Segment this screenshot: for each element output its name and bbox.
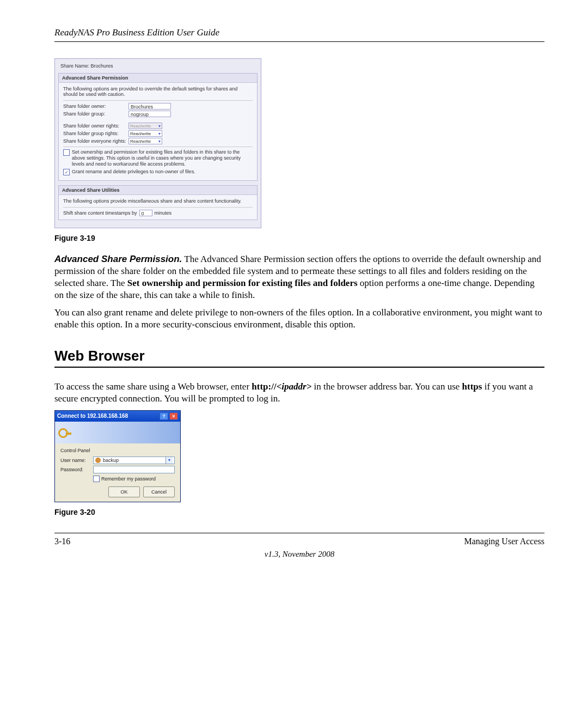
grant-rename-text: Grant rename and delete privileges to no…: [72, 169, 253, 175]
group-rights-label: Share folder group rights:: [63, 131, 128, 136]
page-header: ReadyNAS Pro Business Edition User Guide: [54, 27, 544, 42]
remember-password-checkbox[interactable]: [93, 476, 100, 482]
footer-section-title: Managing User Access: [464, 537, 544, 546]
login-section-label: Control Panel: [60, 448, 175, 453]
chevron-down-icon: ▾: [158, 139, 161, 144]
figure-caption: Figure 3-19: [54, 234, 544, 242]
grant-rename-checkbox[interactable]: ✓: [63, 169, 70, 175]
shift-minutes-input[interactable]: 0: [139, 210, 152, 216]
set-ownership-text: Set ownership and permission for existin…: [72, 149, 253, 167]
remember-password-label: Remember my password: [101, 476, 156, 482]
group-label: Share folder group:: [63, 111, 128, 117]
chevron-down-icon: ▾: [166, 457, 173, 464]
page-footer: 3-16 Managing User Access: [54, 533, 544, 546]
section-heading: Web Browser: [54, 348, 544, 368]
share-name-label: Share Name:: [60, 63, 89, 69]
advanced-share-permission-panel: Advanced Share Permission The following …: [58, 73, 258, 181]
help-button[interactable]: ?: [160, 412, 168, 420]
everyone-rights-select[interactable]: Read/write ▾: [128, 138, 162, 144]
username-combo[interactable]: backup ▾: [93, 457, 175, 464]
set-ownership-checkbox[interactable]: [63, 149, 70, 156]
close-button[interactable]: ×: [169, 412, 178, 420]
login-title-text: Connect to 192.168.168.168: [57, 413, 128, 419]
paragraph: Advanced Share Permission. The Advanced …: [54, 253, 544, 301]
login-dialog: Connect to 192.168.168.168 ? × Control P…: [54, 410, 181, 502]
shift-label-post: minutes: [155, 210, 172, 216]
username-value: backup: [103, 458, 166, 463]
cancel-button[interactable]: Cancel: [143, 486, 175, 497]
figure-caption: Figure 3-20: [54, 508, 544, 516]
owner-input[interactable]: Brochures: [128, 103, 171, 109]
panel-title: Advanced Share Permission: [59, 74, 257, 83]
username-label: User name:: [60, 458, 93, 463]
owner-rights-select[interactable]: Read/write ▾: [128, 123, 162, 129]
owner-rights-label: Share folder owner rights:: [63, 123, 128, 129]
password-input[interactable]: [93, 466, 175, 473]
panel-note: The following options provide miscellane…: [63, 198, 253, 204]
key-icon: [58, 426, 71, 439]
group-input[interactable]: nogroup: [128, 111, 171, 117]
panel-note: The following options are provided to ov…: [63, 86, 253, 97]
select-value: Read/write: [130, 131, 151, 136]
shift-label-pre: Shift share content timestamps by: [63, 210, 137, 216]
share-name-value: Brochures: [91, 63, 113, 69]
panel-title: Advanced Share Utilities: [59, 186, 257, 195]
everyone-rights-label: Share folder everyone rights:: [63, 138, 128, 144]
ok-button[interactable]: OK: [108, 486, 140, 497]
footer-page-number: 3-16: [54, 537, 70, 546]
footer-version: v1.3, November 2008: [54, 550, 544, 559]
select-value: Read/write: [130, 124, 151, 129]
login-banner: [55, 422, 180, 443]
paragraph: You can also grant rename and delete pri…: [54, 307, 544, 331]
paragraph-lead: Advanced Share Permission.: [54, 254, 182, 264]
paragraph: To access the same share using a Web bro…: [54, 381, 544, 405]
login-titlebar: Connect to 192.168.168.168 ? ×: [55, 411, 180, 422]
group-rights-select[interactable]: Read/write ▾: [128, 130, 162, 137]
user-icon: [95, 458, 101, 463]
password-label: Password:: [60, 467, 93, 472]
chevron-down-icon: ▾: [158, 124, 161, 129]
advanced-share-dialog: Share Name: Brochures Advanced Share Per…: [54, 58, 261, 228]
owner-label: Share folder owner:: [63, 104, 128, 109]
select-value: Read/write: [130, 139, 151, 144]
chevron-down-icon: ▾: [158, 131, 161, 136]
advanced-share-utilities-panel: Advanced Share Utilities The following o…: [58, 185, 258, 220]
